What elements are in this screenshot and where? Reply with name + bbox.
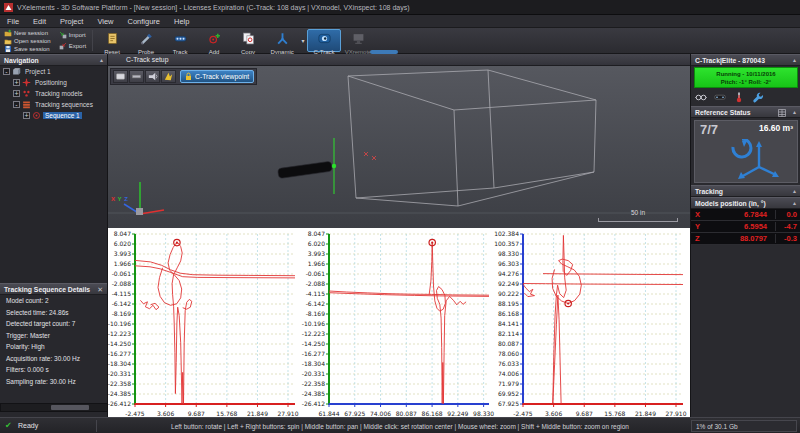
ctrack-panel-header[interactable]: C-Track|Elite - 870043 ▴	[691, 54, 800, 66]
navigation-title: Navigation	[4, 57, 39, 64]
viewpoint-button-label: C-Track viewpoint	[195, 73, 249, 80]
table-icon[interactable]	[778, 109, 786, 117]
collapse-icon[interactable]: ▴	[793, 55, 796, 66]
tree-item-project-1[interactable]: -Project 1	[0, 66, 107, 77]
toolbar-dynamic-dropdown[interactable]: ▾	[299, 29, 307, 52]
toolbar-import[interactable]: Import	[57, 31, 88, 39]
toolbar-add-sequence[interactable]: Add sequence	[197, 29, 231, 52]
expand-expander-icon[interactable]: +	[13, 79, 20, 86]
tree-item-tracking-sequences[interactable]: -Tracking sequences	[0, 99, 107, 110]
viewport-laser-button[interactable]	[161, 70, 176, 83]
scrollbar-thumb[interactable]	[51, 405, 89, 410]
menu-project[interactable]: Project	[53, 15, 90, 28]
button-label: Open session	[14, 38, 51, 44]
toolbar-dynamic[interactable]: Dynamic	[265, 29, 299, 52]
navigation-header[interactable]: Navigation ▴	[0, 54, 107, 66]
svg-text:-8.169: -8.169	[306, 310, 326, 317]
toolbar-open-session[interactable]: Open session	[2, 37, 53, 45]
toolbar-export[interactable]: Export	[57, 42, 88, 50]
toolbar-track[interactable]: Track	[163, 29, 197, 52]
detail-trigger: Trigger: Master	[0, 330, 107, 342]
tree-item-tracking-models[interactable]: +Tracking models	[0, 88, 107, 99]
menu-configure[interactable]: Configure	[121, 15, 168, 28]
tree-item-sequence-1[interactable]: +Sequence 1	[0, 110, 107, 121]
sequence-details-header[interactable]: Tracking Sequence Details ✕	[0, 283, 107, 295]
reference-status-box: 7/7 16.60 m³	[694, 120, 798, 183]
sequence-details-title: Tracking Sequence Details	[4, 286, 90, 293]
toolbar-save-session[interactable]: Save session	[2, 45, 53, 53]
menu-help[interactable]: Help	[167, 15, 196, 28]
collapse-icon[interactable]: ▴	[793, 107, 796, 118]
svg-text:-18.304: -18.304	[302, 360, 325, 367]
window-title: VXelements - 3D Software Platform - [New…	[17, 4, 410, 11]
tracking-header[interactable]: Tracking ▴	[691, 185, 800, 197]
origin-triad	[124, 182, 164, 215]
svg-text:67.925: 67.925	[344, 410, 365, 417]
viewport-surface-button[interactable]	[113, 70, 128, 83]
3d-viewport[interactable]: C-Track viewpoint X Y Z 50 in	[108, 66, 690, 228]
tracking-charts-panel[interactable]: 8.0476.0203.9931.966-0.061-2.088-4.115-6…	[108, 228, 690, 417]
toolbar-copy-sequence[interactable]: Copy sequence	[231, 29, 265, 52]
svg-text:27.910: 27.910	[666, 410, 687, 417]
position-value: 6.7844	[704, 210, 776, 219]
ctrack-camera-button[interactable]	[714, 89, 726, 107]
collapse-expander-icon[interactable]: -	[3, 68, 10, 75]
svg-text:3.606: 3.606	[545, 410, 562, 417]
svg-text:-0.061: -0.061	[112, 270, 132, 277]
collapse-expander-icon[interactable]: -	[13, 101, 20, 108]
svg-text:74.006: 74.006	[370, 410, 391, 417]
svg-text:80.087: 80.087	[396, 410, 417, 417]
detail-sampling-rate: Sampling rate: 30.00 Hz	[0, 376, 107, 388]
toolbar-new-session[interactable]: New session	[2, 29, 53, 37]
axis-label: Y	[691, 222, 704, 231]
svg-text:86.168: 86.168	[498, 310, 519, 317]
ctrack-glasses-button[interactable]	[695, 89, 707, 107]
svg-text:82.114: 82.114	[498, 330, 519, 337]
detail-filters: Filters: 0.000 s	[0, 364, 107, 376]
right-panel: C-Track|Elite - 870043 ▴ Running - 10/11…	[690, 54, 800, 417]
ctrack-temperature-button[interactable]	[733, 89, 745, 107]
ctrack-wrench-button[interactable]	[752, 89, 764, 107]
toolbar-probe[interactable]: Probe	[129, 29, 163, 52]
viewport-projector-button[interactable]	[145, 70, 160, 83]
toolbar-reset-project[interactable]: Reset project	[95, 29, 129, 52]
svg-text:21.849: 21.849	[247, 410, 268, 417]
detail-model-count: Model count: 2	[0, 295, 107, 307]
collapse-icon[interactable]: ▴	[100, 55, 103, 66]
toolbar-c-track-setup[interactable]: C-Track setup	[307, 29, 341, 52]
toolbar-separator	[92, 30, 93, 51]
svg-text:98.330: 98.330	[498, 250, 519, 257]
svg-text:71.979: 71.979	[498, 380, 519, 387]
svg-text:3.606: 3.606	[157, 410, 174, 417]
menu-edit[interactable]: Edit	[26, 15, 53, 28]
button-label: Save session	[14, 46, 50, 52]
horizontal-scrollbar[interactable]	[0, 403, 108, 412]
models-position-row-z: Z88.0797-0.3	[691, 233, 800, 245]
svg-text:69.952: 69.952	[498, 390, 519, 397]
models-position-row-y: Y6.5954-4.7	[691, 221, 800, 233]
ctrack-setup-icon	[318, 32, 331, 45]
menu-view[interactable]: View	[90, 15, 120, 28]
menu-file[interactable]: File	[0, 15, 26, 28]
models-position-header[interactable]: Models position (in, °) ▴	[691, 197, 800, 209]
tree-item-positioning[interactable]: +Positioning	[0, 77, 107, 88]
collapse-icon[interactable]: ▴	[793, 186, 796, 197]
viewport-plane-button[interactable]	[129, 70, 144, 83]
close-icon[interactable]: ✕	[97, 284, 103, 295]
svg-text:-14.250: -14.250	[108, 340, 131, 347]
copy-sequence-icon	[242, 32, 255, 45]
svg-text:-10.196: -10.196	[108, 320, 131, 327]
reference-status-header[interactable]: Reference Status ▴	[691, 106, 800, 118]
toolbar: New sessionOpen sessionSave session Impo…	[0, 28, 800, 54]
collapse-icon[interactable]: ▴	[793, 198, 796, 209]
svg-text:-10.196: -10.196	[302, 320, 325, 327]
track-icon	[174, 32, 187, 45]
expand-expander-icon[interactable]: +	[23, 112, 30, 119]
toolbar-vxremote[interactable]: VXremote	[341, 29, 375, 52]
expand-expander-icon[interactable]: +	[13, 90, 20, 97]
charts-canvas[interactable]: 8.0476.0203.9931.966-0.061-2.088-4.115-6…	[108, 228, 690, 417]
svg-text:78.060: 78.060	[498, 350, 519, 357]
ctrack-viewpoint-toggle[interactable]: C-Track viewpoint	[180, 70, 254, 83]
axis-label: Z	[691, 234, 704, 243]
svg-text:90.222: 90.222	[498, 290, 519, 297]
